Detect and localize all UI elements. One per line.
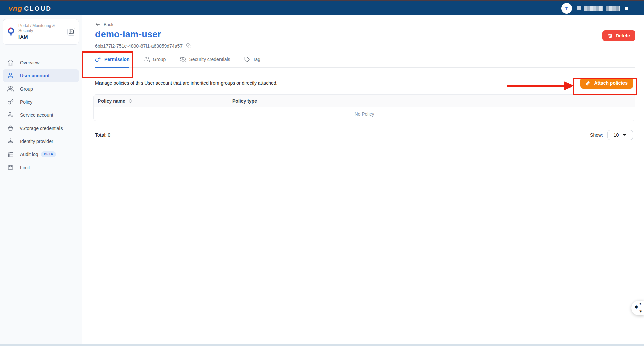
detail-tabs: Permission Group Security credentials bbox=[95, 56, 635, 68]
logo-cloud-text: CLOUD bbox=[24, 5, 52, 12]
copy-icon bbox=[186, 43, 192, 49]
user-avatar[interactable]: T bbox=[561, 3, 572, 14]
redacted-user-name bbox=[584, 6, 603, 11]
back-button[interactable]: Back bbox=[95, 22, 119, 27]
sidebar-item-policy[interactable]: Policy bbox=[3, 96, 79, 108]
breadcrumb: Portal / Monitoring & Security bbox=[18, 23, 67, 33]
navbar-right-cluster: T bbox=[554, 1, 628, 15]
trash-icon bbox=[608, 33, 613, 38]
redacted-user-org bbox=[606, 6, 620, 11]
tab-label: Tag bbox=[253, 57, 261, 62]
panel-description: Manage policies of this User account tha… bbox=[95, 80, 277, 86]
delete-button[interactable]: Delete bbox=[602, 30, 635, 41]
avatar-initial: T bbox=[565, 6, 568, 11]
tab-permission[interactable]: Permission bbox=[95, 56, 129, 68]
navbar-divider bbox=[554, 1, 554, 15]
sparkle-small-icon: ✶ bbox=[639, 309, 642, 313]
page: vng CLOUD T Portal / Monitor bbox=[0, 0, 644, 346]
sidebar-item-label: vStorage credentials bbox=[20, 126, 63, 131]
product-card[interactable]: Portal / Monitoring & Security IAM bbox=[3, 19, 79, 45]
attach-policies-label: Attach policies bbox=[594, 80, 628, 86]
sidebar-item-label: Group bbox=[20, 86, 33, 92]
sidebar-item-service-account[interactable]: Service account bbox=[3, 109, 79, 122]
service-account-icon bbox=[7, 112, 14, 118]
permission-panel-header: Manage policies of this User account tha… bbox=[93, 78, 635, 89]
policy-table-header: Policy name Policy type bbox=[94, 95, 635, 107]
sidebar-collapse-button[interactable] bbox=[67, 28, 75, 36]
horizontal-scrollbar[interactable] bbox=[0, 344, 644, 346]
sidebar-item-group[interactable]: Group bbox=[3, 82, 79, 95]
show-label: Show: bbox=[590, 132, 603, 138]
back-arrow-icon bbox=[95, 22, 100, 27]
table-empty-state: No Policy bbox=[94, 107, 635, 121]
home-icon bbox=[7, 59, 14, 66]
tab-label: Permission bbox=[104, 57, 129, 62]
group-icon bbox=[7, 85, 14, 92]
tab-group[interactable]: Group bbox=[144, 56, 166, 68]
audit-log-icon bbox=[7, 151, 14, 158]
back-label: Back bbox=[104, 22, 113, 27]
column-policy-type[interactable]: Policy type bbox=[227, 95, 635, 107]
sidebar: Portal / Monitoring & Security IAM bbox=[0, 15, 82, 346]
sort-icon[interactable] bbox=[128, 99, 132, 103]
tab-label: Group bbox=[153, 57, 166, 62]
table-footer: Total: 0 Show: 10 bbox=[93, 130, 635, 140]
permission-key-icon bbox=[95, 56, 101, 62]
tab-tag[interactable]: Tag bbox=[244, 56, 261, 68]
column-policy-name[interactable]: Policy name bbox=[94, 95, 227, 107]
tab-security-credentials[interactable]: Security credentials bbox=[180, 56, 230, 68]
beta-badge: BETA bbox=[41, 151, 56, 157]
policy-key-icon bbox=[7, 99, 14, 105]
product-name: IAM bbox=[18, 34, 67, 40]
sparkle-small-icon: ✶ bbox=[639, 302, 642, 306]
sidebar-item-limit[interactable]: Limit bbox=[3, 161, 79, 174]
collapse-panel-icon bbox=[69, 29, 74, 34]
sidebar-item-identity-provider[interactable]: Identity provider bbox=[3, 135, 79, 148]
tag-icon bbox=[244, 57, 250, 62]
chevron-down-icon bbox=[623, 134, 627, 136]
copy-id-button[interactable] bbox=[186, 43, 192, 49]
vngcloud-logo[interactable]: vng CLOUD bbox=[9, 4, 52, 12]
sidebar-item-label: Overview bbox=[20, 60, 39, 65]
limit-icon bbox=[7, 164, 14, 171]
sidebar-item-audit-log[interactable]: Audit log BETA bbox=[3, 148, 79, 161]
navbar-menu-icon[interactable] bbox=[625, 7, 628, 10]
resource-id-row: 6bb177f2-751e-4800-87f1-a63059d74a57 bbox=[95, 43, 635, 49]
column-label: Policy type bbox=[232, 98, 257, 104]
sidebar-item-label: Policy bbox=[20, 99, 32, 105]
eye-off-icon bbox=[180, 56, 186, 62]
column-label: Policy name bbox=[98, 98, 125, 104]
policy-table: Policy name Policy type No Policy bbox=[93, 94, 635, 121]
sidebar-item-label: User account bbox=[20, 73, 50, 78]
ai-assistant-fab[interactable]: ✶ ✶ ✶ bbox=[631, 301, 644, 315]
product-card-text: Portal / Monitoring & Security IAM bbox=[18, 23, 67, 40]
page-size-value: 10 bbox=[614, 132, 619, 138]
sidebar-menu: Overview User account Group bbox=[0, 56, 82, 174]
sidebar-item-user-account[interactable]: User account bbox=[3, 69, 79, 82]
sidebar-item-vstorage-credentials[interactable]: vStorage credentials bbox=[3, 122, 79, 135]
group-icon bbox=[144, 56, 150, 62]
storage-basket-icon bbox=[7, 125, 14, 132]
sidebar-item-label: Audit log bbox=[20, 152, 38, 157]
top-navbar: vng CLOUD T bbox=[0, 1, 644, 15]
sidebar-item-label: Limit bbox=[20, 165, 30, 170]
tab-label: Security credentials bbox=[189, 57, 230, 62]
sidebar-item-label: Service account bbox=[20, 112, 53, 118]
page-title: demo-iam-user bbox=[95, 29, 635, 40]
attach-policies-button[interactable]: Attach policies bbox=[580, 78, 633, 89]
user-icon bbox=[7, 72, 14, 79]
total-count: Total: 0 bbox=[95, 132, 110, 138]
main-content: Back demo-iam-user 6bb177f2-751e-4800-87… bbox=[82, 15, 644, 346]
identity-provider-icon bbox=[7, 138, 14, 145]
sidebar-item-label: Identity provider bbox=[20, 139, 53, 144]
sidebar-item-overview[interactable]: Overview bbox=[3, 56, 79, 69]
logo-vng-text: vng bbox=[9, 4, 22, 12]
delete-label: Delete bbox=[616, 33, 630, 38]
redacted-user-info bbox=[577, 6, 581, 10]
sparkles-icon: ✶ bbox=[634, 304, 639, 310]
iam-product-icon bbox=[7, 27, 15, 36]
paperclip-icon bbox=[586, 81, 591, 86]
page-size-select[interactable]: 10 bbox=[607, 130, 633, 140]
page-size-cluster: Show: 10 bbox=[590, 130, 633, 140]
resource-id: 6bb177f2-751e-4800-87f1-a63059d74a57 bbox=[95, 43, 183, 49]
